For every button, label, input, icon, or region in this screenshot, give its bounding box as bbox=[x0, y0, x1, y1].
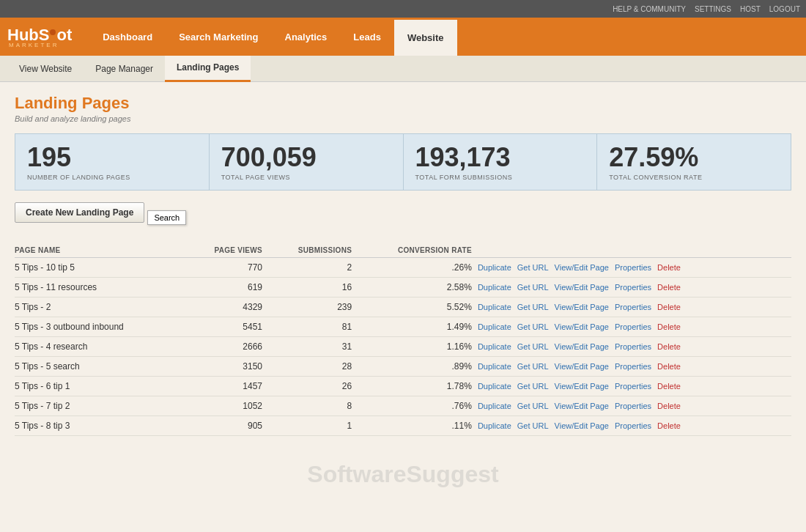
stat-label-conversion: TOTAL CONVERSION RATE bbox=[609, 174, 779, 181]
cell-page-views: 619 bbox=[187, 277, 268, 297]
action-get-url[interactable]: Get URL bbox=[517, 342, 549, 351]
col-actions bbox=[478, 243, 791, 258]
help-community-link[interactable]: Help & Community bbox=[613, 5, 686, 13]
action-get-url[interactable]: Get URL bbox=[517, 402, 549, 410]
utility-bar: Help & Community Settings Host Logout bbox=[0, 0, 806, 18]
action-delete[interactable]: Delete bbox=[657, 342, 681, 351]
action-duplicate[interactable]: Duplicate bbox=[478, 402, 511, 410]
cell-actions: Duplicate Get URL View/Edit Page Propert… bbox=[478, 336, 791, 356]
cell-page-views: 1457 bbox=[187, 376, 268, 396]
action-duplicate[interactable]: Duplicate bbox=[478, 421, 511, 430]
action-properties[interactable]: Properties bbox=[615, 303, 651, 311]
action-delete[interactable]: Delete bbox=[657, 421, 681, 430]
action-properties[interactable]: Properties bbox=[615, 342, 651, 351]
settings-link[interactable]: Settings bbox=[695, 5, 731, 13]
action-duplicate[interactable]: Duplicate bbox=[478, 283, 511, 292]
action-delete[interactable]: Delete bbox=[657, 322, 681, 331]
action-view-edit[interactable]: View/Edit Page bbox=[555, 303, 609, 311]
col-page-views: PAGE VIEWS bbox=[187, 243, 268, 258]
action-view-edit[interactable]: View/Edit Page bbox=[555, 322, 609, 331]
page-title: Landing Pages bbox=[15, 94, 791, 113]
page-subtitle: Build and analyze landing pages bbox=[15, 114, 791, 123]
cell-page-name: 5 Tips - 11 resources bbox=[15, 277, 187, 297]
table-row: 5 Tips - 11 resources 619 16 2.58% Dupli… bbox=[15, 277, 791, 297]
action-delete[interactable]: Delete bbox=[657, 382, 681, 391]
logo-dot bbox=[50, 29, 56, 35]
action-view-edit[interactable]: View/Edit Page bbox=[555, 362, 609, 371]
cell-actions: Duplicate Get URL View/Edit Page Propert… bbox=[478, 376, 791, 396]
cell-conversion-rate: 1.78% bbox=[358, 376, 478, 396]
action-properties[interactable]: Properties bbox=[615, 402, 651, 410]
action-delete[interactable]: Delete bbox=[657, 303, 681, 311]
action-get-url[interactable]: Get URL bbox=[517, 283, 549, 292]
table-row: 5 Tips - 10 tip 5 770 2 .26% Duplicate G… bbox=[15, 257, 791, 277]
create-landing-page-button[interactable]: Create New Landing Page bbox=[15, 202, 144, 223]
cell-page-name: 5 Tips - 6 tip 1 bbox=[15, 376, 187, 396]
action-get-url[interactable]: Get URL bbox=[517, 382, 549, 391]
action-get-url[interactable]: Get URL bbox=[517, 421, 549, 430]
stat-form-submissions: 193,173 TOTAL FORM SUBMISSIONS bbox=[404, 134, 598, 190]
action-properties[interactable]: Properties bbox=[615, 263, 651, 272]
action-get-url[interactable]: Get URL bbox=[517, 263, 549, 272]
action-duplicate[interactable]: Duplicate bbox=[478, 263, 511, 272]
landing-pages-table: PAGE NAME PAGE VIEWS SUBMISSIONS CONVERS… bbox=[15, 243, 791, 436]
action-duplicate[interactable]: Duplicate bbox=[478, 362, 511, 371]
nav-website[interactable]: Website bbox=[394, 18, 457, 56]
action-view-edit[interactable]: View/Edit Page bbox=[555, 402, 609, 410]
table-row: 5 Tips - 6 tip 1 1457 26 1.78% Duplicate… bbox=[15, 376, 791, 396]
logo: Hub S ot MARKETER bbox=[7, 26, 72, 48]
col-page-name: PAGE NAME bbox=[15, 243, 187, 258]
cell-submissions: 8 bbox=[268, 396, 358, 415]
cell-page-views: 770 bbox=[187, 257, 268, 277]
subnav-page-manager[interactable]: Page Manager bbox=[84, 56, 165, 82]
action-delete[interactable]: Delete bbox=[657, 263, 681, 272]
nav-leads[interactable]: Leads bbox=[340, 18, 394, 56]
cell-page-views: 905 bbox=[187, 415, 268, 435]
action-view-edit[interactable]: View/Edit Page bbox=[555, 263, 609, 272]
stat-number-pages: 195 bbox=[27, 143, 197, 172]
cell-conversion-rate: .26% bbox=[358, 257, 478, 277]
sub-nav: View Website Page Manager Landing Pages bbox=[0, 56, 806, 82]
action-duplicate[interactable]: Duplicate bbox=[478, 382, 511, 391]
action-properties[interactable]: Properties bbox=[615, 283, 651, 292]
cell-submissions: 1 bbox=[268, 415, 358, 435]
nav-dashboard[interactable]: Dashboard bbox=[89, 18, 166, 56]
action-duplicate[interactable]: Duplicate bbox=[478, 342, 511, 351]
cell-conversion-rate: .11% bbox=[358, 415, 478, 435]
action-get-url[interactable]: Get URL bbox=[517, 362, 549, 371]
action-duplicate[interactable]: Duplicate bbox=[478, 303, 511, 311]
action-properties[interactable]: Properties bbox=[615, 322, 651, 331]
action-view-edit[interactable]: View/Edit Page bbox=[555, 283, 609, 292]
cell-submissions: 2 bbox=[268, 257, 358, 277]
cell-page-name: 5 Tips - 4 research bbox=[15, 336, 187, 356]
subnav-view-website[interactable]: View Website bbox=[7, 56, 84, 82]
table-row: 5 Tips - 7 tip 2 1052 8 .76% Duplicate G… bbox=[15, 396, 791, 415]
action-view-edit[interactable]: View/Edit Page bbox=[555, 382, 609, 391]
cell-submissions: 81 bbox=[268, 317, 358, 336]
action-duplicate[interactable]: Duplicate bbox=[478, 322, 511, 331]
logo-spot-text: S bbox=[39, 26, 50, 45]
action-delete[interactable]: Delete bbox=[657, 402, 681, 410]
action-view-edit[interactable]: View/Edit Page bbox=[555, 421, 609, 430]
action-get-url[interactable]: Get URL bbox=[517, 303, 549, 311]
cell-actions: Duplicate Get URL View/Edit Page Propert… bbox=[478, 396, 791, 415]
action-view-edit[interactable]: View/Edit Page bbox=[555, 342, 609, 351]
host-link[interactable]: Host bbox=[740, 5, 761, 13]
action-properties[interactable]: Properties bbox=[615, 382, 651, 391]
nav-search-marketing[interactable]: Search Marketing bbox=[166, 18, 271, 56]
stat-number-submissions: 193,173 bbox=[415, 143, 585, 172]
nav-analytics[interactable]: Analytics bbox=[272, 18, 341, 56]
toolbar: Create New Landing Page Search bbox=[15, 202, 791, 233]
action-delete[interactable]: Delete bbox=[657, 362, 681, 371]
cell-conversion-rate: 1.16% bbox=[358, 336, 478, 356]
subnav-landing-pages[interactable]: Landing Pages bbox=[165, 56, 251, 82]
action-delete[interactable]: Delete bbox=[657, 283, 681, 292]
stat-page-views: 700,059 TOTAL PAGE VIEWS bbox=[210, 134, 404, 190]
action-get-url[interactable]: Get URL bbox=[517, 322, 549, 331]
logout-link[interactable]: Logout bbox=[769, 5, 800, 13]
action-properties[interactable]: Properties bbox=[615, 362, 651, 371]
cell-submissions: 239 bbox=[268, 297, 358, 317]
stat-label-submissions: TOTAL FORM SUBMISSIONS bbox=[415, 174, 585, 181]
action-properties[interactable]: Properties bbox=[615, 421, 651, 430]
cell-page-name: 5 Tips - 2 bbox=[15, 297, 187, 317]
